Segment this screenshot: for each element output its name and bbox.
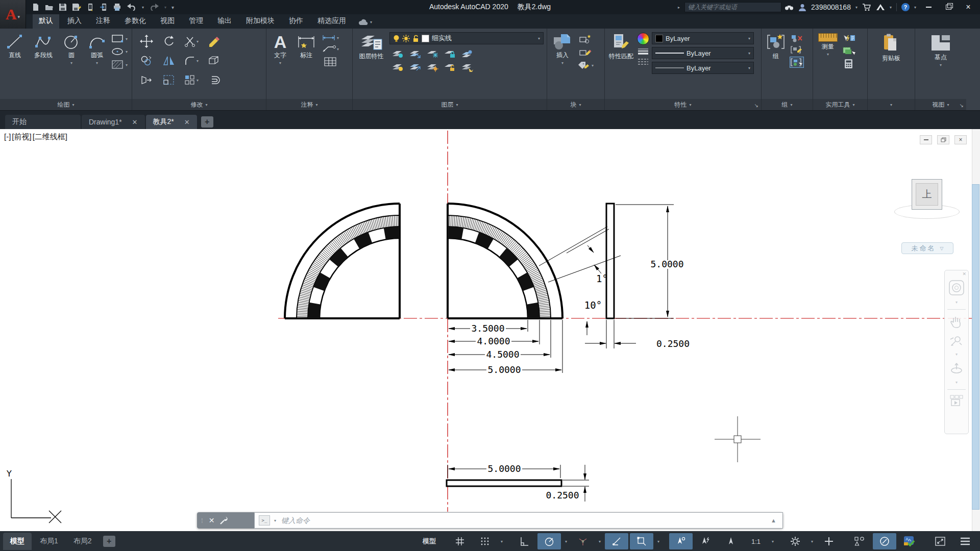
drawing-canvas[interactable]: [-] [前视] [二维线框] × 上 未命名▽ ✕ ▾ ▾ ▾: [0, 129, 980, 531]
layout-tab-layout1[interactable]: 布局1: [33, 533, 65, 550]
layer-properties-button[interactable]: 图层特性: [356, 31, 387, 60]
annotation-autoscale-toggle[interactable]: [694, 533, 718, 549]
ellipse-dropdown[interactable]: ▾: [126, 49, 128, 54]
layer-match-button[interactable]: [409, 63, 422, 72]
array-button[interactable]: ▾: [184, 74, 199, 86]
command-line-grip[interactable]: ⁞ ✕: [197, 512, 254, 529]
viewcube[interactable]: 上: [912, 179, 942, 210]
lineweight-icon[interactable]: [637, 48, 649, 55]
group-selection-toggle[interactable]: [790, 57, 804, 68]
autodesk-share-icon[interactable]: [876, 4, 885, 11]
isodraft-toggle[interactable]: [571, 533, 595, 549]
undo-dropdown[interactable]: ▾: [142, 5, 144, 10]
color-wheel-icon[interactable]: [637, 33, 649, 45]
command-close-icon[interactable]: ✕: [209, 516, 215, 524]
arc-button[interactable]: 圆弧 ▾: [85, 31, 109, 65]
wrench-icon[interactable]: [219, 516, 228, 525]
user-id[interactable]: 2398008168: [811, 3, 851, 11]
annotation-scale-dropdown[interactable]: ▾: [769, 533, 776, 549]
move-button[interactable]: [140, 35, 153, 48]
hatch-button[interactable]: ▾: [111, 60, 128, 70]
linear-dim-dropdown[interactable]: ▾: [337, 36, 339, 40]
layer-off-button[interactable]: [392, 50, 404, 59]
qat-customize-button[interactable]: ▾: [172, 5, 174, 10]
fillet-button[interactable]: ▾: [184, 56, 199, 66]
pan-hand-icon[interactable]: [949, 314, 964, 329]
view-expander-icon[interactable]: ↘: [960, 103, 964, 108]
rectangle-dropdown[interactable]: ▾: [126, 37, 128, 41]
open-file-button[interactable]: [45, 3, 54, 11]
close-tab-icon[interactable]: ✕: [132, 118, 138, 126]
new-file-button[interactable]: [32, 3, 40, 11]
command-history-toggle[interactable]: ▲: [771, 517, 778, 523]
linetype-icon[interactable]: [637, 58, 649, 65]
command-input[interactable]: [280, 516, 767, 525]
layer-lock-button[interactable]: [444, 50, 456, 59]
zoom-icon[interactable]: [949, 333, 964, 347]
scrollbar-thumb[interactable]: [972, 184, 979, 510]
undo-button[interactable]: [127, 4, 137, 11]
file-tab-start[interactable]: 开始: [5, 115, 81, 129]
title-expand-arrow[interactable]: ▸: [678, 5, 680, 10]
arc-dropdown[interactable]: ▾: [96, 61, 98, 65]
file-tab-active-doc[interactable]: 教具2*✕: [146, 115, 197, 129]
share-dropdown[interactable]: ▾: [890, 5, 892, 10]
group-edit-button[interactable]: [790, 45, 804, 54]
file-tab-drawing1[interactable]: Drawing1*✕: [82, 115, 145, 129]
rectangle-button[interactable]: ▾: [111, 34, 128, 43]
panel-label-draw[interactable]: 绘图▾: [0, 99, 132, 110]
close-button[interactable]: ×: [961, 2, 976, 13]
select-similar-button[interactable]: [842, 46, 855, 56]
erase-button[interactable]: [208, 35, 220, 47]
grid-toggle[interactable]: [448, 533, 472, 549]
ribbon-tab-parametric[interactable]: 参数化: [118, 14, 152, 29]
viewcube-top-face[interactable]: 上: [922, 188, 932, 201]
redo-button[interactable]: [149, 4, 159, 11]
minimize-button[interactable]: [921, 2, 936, 13]
base-point-dropdown[interactable]: ▾: [940, 63, 942, 67]
edit-attributes-button[interactable]: ▾: [577, 61, 594, 70]
panel-label-utilities[interactable]: 实用工具▾: [813, 99, 867, 110]
polar-tracking-toggle[interactable]: [537, 533, 561, 549]
layer-select-combo[interactable]: 细实线 ▾: [389, 32, 544, 44]
isolate-objects-button[interactable]: [848, 533, 871, 549]
layer-isolate-button[interactable]: [461, 50, 474, 59]
isodraft-dropdown[interactable]: ▾: [596, 533, 603, 549]
hatch-dropdown[interactable]: ▾: [126, 63, 128, 67]
panel-label-annotate[interactable]: 注释▾: [266, 99, 352, 110]
ribbon-tab-annotate[interactable]: 注释: [90, 14, 116, 29]
annotation-monitor-button[interactable]: [817, 533, 841, 549]
show-motion-icon[interactable]: [949, 394, 964, 407]
panel-label-modify[interactable]: 修改▾: [132, 99, 266, 110]
search-input[interactable]: [684, 2, 781, 12]
object-snap-toggle[interactable]: [630, 533, 653, 549]
trim-dropdown[interactable]: ▾: [197, 39, 199, 44]
panel-label-block[interactable]: 块▾: [547, 99, 604, 110]
table-button[interactable]: [322, 57, 339, 67]
create-block-button[interactable]: [577, 34, 594, 43]
plot-button[interactable]: [113, 3, 121, 11]
circle-button[interactable]: 圆 ▾: [60, 31, 83, 65]
dimension-button[interactable]: 标注: [293, 31, 319, 59]
new-tab-button[interactable]: +: [201, 116, 213, 128]
measure-button[interactable]: 测量 ▾: [816, 31, 840, 57]
ribbon-tab-addins[interactable]: 附加模块: [240, 14, 281, 29]
orbit-icon[interactable]: [949, 361, 964, 375]
command-input-field[interactable]: >_ ▾ ▲: [254, 512, 783, 529]
snap-toggle[interactable]: [473, 533, 497, 549]
layer-freeze-button[interactable]: [427, 50, 439, 59]
navigation-bar[interactable]: ✕ ▾ ▾ ▾: [944, 270, 969, 434]
line-button[interactable]: 直线: [3, 31, 27, 59]
offset-button[interactable]: [208, 74, 220, 86]
layer-thaw-all-button[interactable]: [427, 63, 439, 72]
save-to-mobile-button[interactable]: [100, 3, 108, 12]
match-properties-button[interactable]: 特性匹配: [608, 31, 634, 60]
copy-button[interactable]: [140, 55, 153, 66]
clean-screen-button[interactable]: [928, 533, 952, 549]
ribbon-tab-output[interactable]: 输出: [211, 14, 238, 29]
viewport-close-icon[interactable]: ×: [954, 135, 967, 144]
panel-label-clipboard[interactable]: ▾: [868, 99, 915, 110]
polar-dropdown[interactable]: ▾: [562, 533, 570, 549]
measure-dropdown[interactable]: ▾: [827, 52, 829, 57]
panel-label-properties[interactable]: 特性▾: [605, 99, 761, 110]
